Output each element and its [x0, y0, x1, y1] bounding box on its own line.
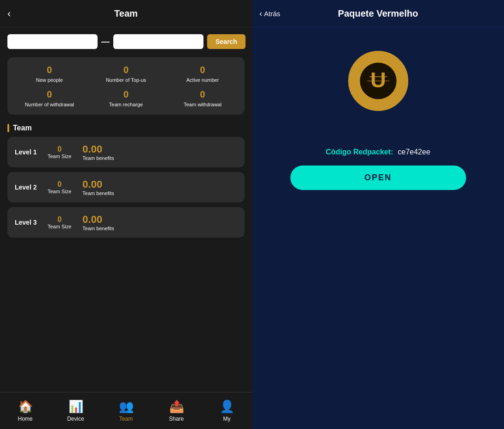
team-withdrawal-value: 0 [200, 89, 205, 100]
team-icon: 👥 [119, 399, 134, 414]
level-2-card: Level 2 0 Team Size 0.00 Team benefits [7, 172, 245, 202]
nav-team-label: Team [119, 416, 133, 422]
level-3-stats: 0 Team Size [48, 215, 71, 229]
level-1-label: Level 1 [15, 148, 40, 156]
brand-logo: U [348, 51, 408, 111]
my-icon: 👤 [220, 399, 234, 414]
nav-home-label: Home [18, 416, 32, 422]
team-section: Team [0, 120, 252, 137]
stats-row-1: 0 New people 0 Number of Top-us 0 Active… [11, 65, 241, 83]
stat-number-withdrawal: 0 Number of withdrawal [11, 89, 88, 107]
new-people-label: New people [36, 77, 63, 83]
nav-device-label: Device [67, 416, 84, 422]
active-number-value: 0 [200, 65, 205, 75]
level-3-benefit-value: 0.00 [82, 214, 102, 226]
level-2-size-label: Team Size [48, 189, 71, 194]
stat-team-withdrawal: 0 Team withdrawal [164, 89, 241, 107]
back-chevron-icon: ‹ [259, 9, 262, 18]
bottom-nav: 🏠 Home 📊 Device 👥 Team 📤 Share 👤 My [0, 392, 252, 429]
stats-row-2: 0 Number of withdrawal 0 Team recharge 0… [11, 89, 241, 107]
left-page-title: Team [114, 8, 138, 19]
left-header: ‹ Team [0, 0, 252, 28]
stat-team-recharge: 0 Team recharge [88, 89, 165, 107]
level-3-benefit-label: Team benefits [82, 226, 114, 231]
level-3-size-label: Team Size [48, 224, 71, 229]
search-button[interactable]: Search [207, 34, 246, 49]
stat-number-topus: 0 Number of Top-us [88, 65, 165, 83]
level-1-count: 0 [57, 145, 61, 153]
share-icon: 📤 [169, 399, 184, 414]
number-withdrawal-value: 0 [47, 89, 52, 100]
stats-card: 0 New people 0 Number of Top-us 0 Active… [7, 57, 245, 115]
device-icon: 📊 [68, 399, 83, 414]
search-bar: — Search [0, 28, 252, 55]
nav-team[interactable]: 👥 Team [101, 399, 151, 422]
number-topus-label: Number of Top-us [106, 77, 146, 83]
team-bar-accent [7, 124, 9, 132]
right-panel: ‹ Atrás Paquete Vermelho U Código Redpac… [252, 0, 504, 429]
level-3-benefits: 0.00 Team benefits [82, 214, 114, 231]
active-number-label: Active number [186, 77, 219, 83]
level-3-card: Level 3 0 Team Size 0.00 Team benefits [7, 207, 245, 238]
level-2-benefit-label: Team benefits [82, 190, 114, 196]
level-3-label: Level 3 [15, 219, 40, 226]
level-2-benefit-value: 0.00 [82, 178, 102, 190]
level-2-label: Level 2 [15, 184, 40, 191]
open-button[interactable]: OPEN [290, 165, 466, 190]
team-withdrawal-label: Team withdrawal [184, 102, 221, 107]
level-2-benefits: 0.00 Team benefits [82, 178, 114, 196]
level-3-count: 0 [57, 215, 61, 224]
redpacket-value: ce7e42ee [398, 148, 430, 156]
level-1-benefit-label: Team benefits [82, 155, 114, 161]
left-panel: ‹ Team — Search 0 New people 0 Number of… [0, 0, 252, 429]
nav-share[interactable]: 📤 Share [151, 399, 202, 422]
nav-my-label: My [223, 416, 231, 422]
back-label: Atrás [264, 10, 280, 18]
level-1-benefits: 0.00 Team benefits [82, 143, 114, 161]
redpacket-code-row: Código Redpacket: ce7e42ee [326, 148, 430, 156]
nav-home[interactable]: 🏠 Home [0, 399, 50, 422]
stat-new-people: 0 New people [11, 65, 88, 83]
right-back-button[interactable]: ‹ Atrás [259, 9, 280, 18]
level-1-stats: 0 Team Size [48, 145, 71, 159]
level-2-stats: 0 Team Size [48, 180, 71, 194]
level-2-count: 0 [57, 180, 61, 189]
right-header: ‹ Atrás Paquete Vermelho [252, 0, 504, 28]
nav-device[interactable]: 📊 Device [50, 399, 101, 422]
date-to-input[interactable] [113, 34, 203, 49]
number-withdrawal-label: Number of withdrawal [25, 102, 74, 107]
redpacket-label: Código Redpacket: [326, 148, 393, 156]
level-1-size-label: Team Size [48, 153, 71, 159]
nav-my[interactable]: 👤 My [202, 399, 252, 422]
svg-text:U: U [370, 68, 386, 92]
nav-share-label: Share [169, 416, 184, 422]
number-topus-value: 0 [123, 65, 129, 75]
stat-active-number: 0 Active number [164, 65, 241, 83]
left-back-button[interactable]: ‹ [7, 8, 11, 20]
home-icon: 🏠 [18, 399, 33, 414]
level-1-benefit-value: 0.00 [82, 143, 102, 155]
team-recharge-value: 0 [123, 89, 129, 100]
brand-logo-svg: U [357, 60, 399, 102]
date-dash: — [101, 37, 110, 47]
right-page-title: Paquete Vermelho [338, 8, 418, 19]
level-1-card: Level 1 0 Team Size 0.00 Team benefits [7, 137, 245, 167]
team-section-title: Team [13, 124, 32, 132]
team-recharge-label: Team recharge [109, 102, 143, 107]
new-people-value: 0 [47, 65, 52, 75]
date-from-input[interactable] [7, 34, 98, 49]
